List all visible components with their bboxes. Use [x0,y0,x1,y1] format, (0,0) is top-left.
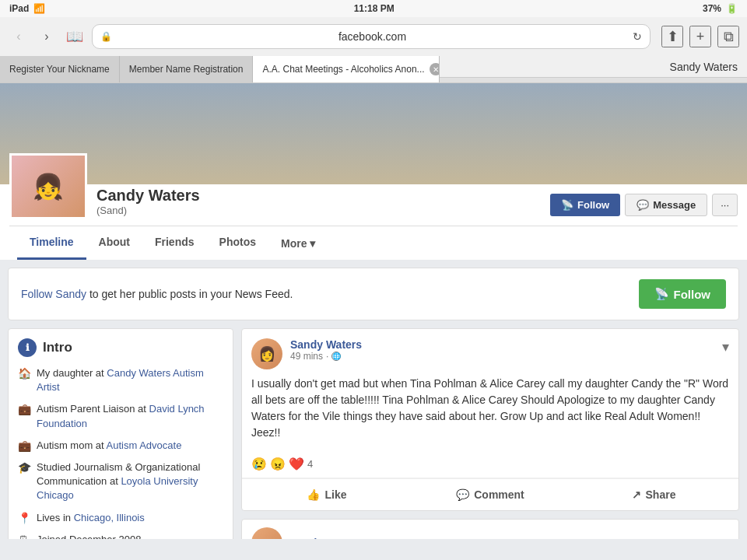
post-header: 👩 Sandy Waters 49 mins · 🌐 ▾ [242,329,738,376]
calendar-icon: 🗓 [18,534,30,539]
tab-aa[interactable]: A.A. Chat Meetings - Alcoholics Anon... … [253,56,440,82]
profile-name: Candy Waters [96,187,541,205]
post-content: I usually don't get mad but when Tina Po… [242,376,738,450]
cover-photo [0,83,747,184]
comment-button[interactable]: 💬 Comment [409,482,572,507]
browser-tabs: Register Your Nickname Member Name Regis… [0,56,747,82]
profile-section: 👧 Candy Waters (Sand) 📡 Follow 💬 Message [0,83,747,260]
facebook-page: 👧 Candy Waters (Sand) 📡 Follow 💬 Message [0,83,747,539]
browser-chrome: ‹ › 📖 🔒 facebook.com ↻ ⬆ + ⧉ Register Yo… [0,17,747,83]
follow-text: Follow Sandy to get her public posts in … [21,288,293,300]
tab-close-icon[interactable]: ✕ [430,63,440,75]
reload-button[interactable]: ↻ [633,30,642,43]
intro-item-joined: 🗓 Joined December 2008 [18,533,223,539]
wifi-icon: 📶 [33,3,45,14]
tab-member[interactable]: Member Name Registration [120,56,254,82]
tab-label: Register Your Nickname [9,64,110,75]
follow-icon: 📡 [561,199,573,211]
active-tab-title: Sandy Waters [670,61,738,73]
post-author[interactable]: Sandy Waters [290,338,714,351]
device-name: iPad [9,3,29,14]
intro-item-liaison: 💼 Autism Parent Liaison at David Lynch F… [18,402,223,430]
chevron-down-icon: ▾ [310,237,315,250]
tab-friends[interactable]: Friends [142,226,207,260]
liaison-link[interactable]: David Lynch Foundation [37,403,205,429]
profile-avatar: 👧 [9,153,87,219]
address-bar[interactable]: 🔒 facebook.com ↻ [92,24,651,49]
url-text: facebook.com [117,30,628,43]
shared-post-header: Sandy Waters ▾ [242,520,738,539]
daughter-link[interactable]: Candy Waters Autism Artist [37,367,204,393]
shared-menu-button[interactable]: ▾ [722,534,729,539]
share-icon: ↗ [632,488,641,501]
back-button[interactable]: ‹ [8,26,30,47]
mom-link[interactable]: Autism Advocate [107,439,182,451]
tab-register[interactable]: Register Your Nickname [0,56,120,82]
intro-icon: ℹ [18,338,37,357]
intro-title: ℹ Intro [18,338,223,357]
battery-text: 37% [703,3,721,14]
intro-widget: ℹ Intro 🏠 My daughter at Candy Waters Au… [8,328,233,539]
follow-green-button[interactable]: 📡 Follow [639,279,727,309]
like-button[interactable]: 👍 Like [245,482,409,507]
share-post-button[interactable]: ↗ Share [572,482,735,507]
tab-about[interactable]: About [86,226,142,260]
post-reactions: 😢 😠 ❤️ 4 [242,450,738,478]
left-column: ℹ Intro 🏠 My daughter at Candy Waters Au… [8,328,233,539]
shared-author[interactable]: Sandy Waters [290,537,714,539]
profile-nickname: (Sand) [96,205,541,216]
reaction-angry: 😠 [270,457,286,471]
intro-item-studied: 🎓 Studied Journalism & Organizational Co… [18,460,223,503]
main-content: ℹ Intro 🏠 My daughter at Candy Waters Au… [0,328,747,539]
right-column: 👩 Sandy Waters 49 mins · 🌐 ▾ I usually d… [241,328,739,539]
forward-button[interactable]: › [36,26,58,47]
share-button[interactable]: ⬆ [661,26,683,47]
message-button[interactable]: 💬 Message [625,194,707,216]
tabs-button[interactable]: ⧉ [717,26,739,47]
location-icon: 📍 [18,512,30,524]
tab-timeline[interactable]: Timeline [17,226,86,260]
studied-link[interactable]: Loyola University Chicago [37,475,198,501]
clock: 11:18 PM [354,3,395,14]
new-tab-button[interactable]: + [689,26,711,47]
briefcase-icon: 💼 [18,403,30,415]
like-icon: 👍 [307,488,320,501]
post-menu-button[interactable]: ▾ [722,338,729,355]
bookmark-icon[interactable]: 📖 [64,26,86,47]
follow-green-icon: 📡 [654,287,669,301]
education-icon: 🎓 [18,461,30,474]
post-card: 👩 Sandy Waters 49 mins · 🌐 ▾ I usually d… [241,328,739,511]
intro-item-mom: 💼 Autism mom at Autism Advocate [18,439,223,453]
reaction-heart: ❤️ [289,457,304,471]
post-avatar: 👩 [251,338,282,369]
post-actions: 👍 Like 💬 Comment ↗ Share [242,478,738,510]
shared-meta: Sandy Waters [290,537,714,539]
shared-post-card: Sandy Waters ▾ Cyberbullying/HATE Campai… [241,519,739,539]
comment-icon: 💬 [456,488,469,501]
briefcase2-icon: 💼 [18,439,30,452]
tab-more[interactable]: More ▾ [268,226,328,260]
reaction-sad: 😢 [251,457,267,471]
tab-label: A.A. Chat Meetings - Alcoholics Anon... [262,64,424,75]
location-link[interactable]: Chicago, Illinois [74,512,145,523]
message-icon: 💬 [637,199,649,211]
profile-nav: Timeline About Friends Photos More ▾ [9,226,738,260]
follow-link[interactable]: Follow Sandy [21,288,86,300]
post-time: 49 mins · 🌐 [290,351,714,362]
intro-item-lives: 📍 Lives in Chicago, Illinois [18,511,223,525]
lock-icon: 🔒 [100,31,112,42]
intro-item-daughter: 🏠 My daughter at Candy Waters Autism Art… [18,366,223,394]
privacy-icon: 🌐 [331,352,341,361]
shared-avatar [251,527,282,539]
follow-button[interactable]: 📡 Follow [550,194,620,216]
follow-banner: Follow Sandy to get her public posts in … [8,268,739,320]
reaction-count: 4 [307,458,313,470]
more-button[interactable]: ··· [712,194,738,216]
post-meta: Sandy Waters 49 mins · 🌐 [290,338,714,362]
battery-icon: 🔋 [726,3,738,14]
tab-label: Member Name Registration [129,64,244,75]
work-icon: 🏠 [18,367,30,380]
tab-photos[interactable]: Photos [207,226,268,260]
status-bar: iPad 📶 11:18 PM 37% 🔋 [0,0,747,17]
